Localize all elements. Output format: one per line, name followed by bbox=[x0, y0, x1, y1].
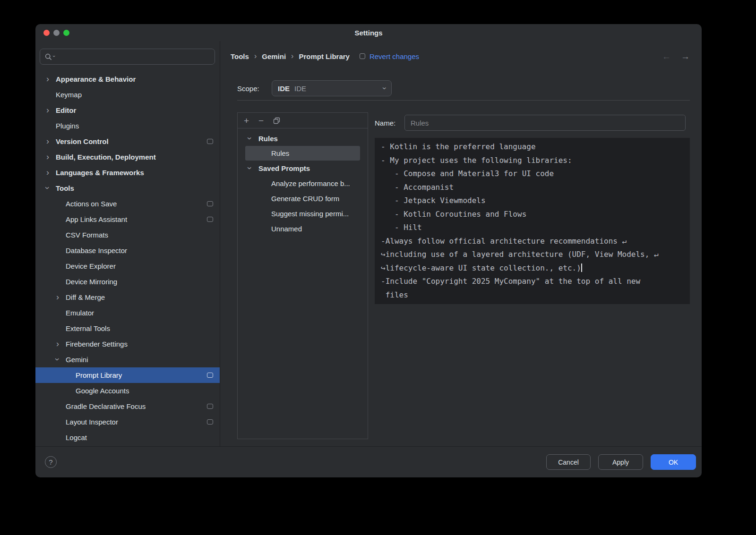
sidebar-item-emulator[interactable]: Emulator bbox=[35, 305, 220, 321]
settings-tree: › Appearance & Behavior Keymap › Editor … bbox=[35, 71, 220, 445]
sidebar-item-label: Emulator bbox=[66, 309, 94, 317]
sidebar-item-app-links-assistant[interactable]: App Links Assistant bbox=[35, 212, 220, 227]
prompt-item-label: Suggest missing permi... bbox=[271, 210, 349, 218]
sidebar-item-label: Plugins bbox=[56, 122, 79, 130]
sidebar-item-version-control[interactable]: › Version Control bbox=[35, 134, 220, 149]
shared-settings-icon bbox=[207, 373, 213, 378]
sidebar-item-label: Google Accounts bbox=[76, 387, 129, 395]
copy-prompt-button[interactable] bbox=[273, 117, 280, 124]
cancel-button[interactable]: Cancel bbox=[546, 454, 591, 470]
sidebar-item-gradle-declarative-focus[interactable]: Gradle Declarative Focus bbox=[35, 399, 220, 414]
scope-value: IDE bbox=[294, 85, 306, 93]
sidebar-item-label: App Links Assistant bbox=[66, 215, 127, 223]
sidebar-item-label: Editor bbox=[56, 106, 76, 114]
scope-badge: IDE bbox=[278, 85, 290, 93]
chevron-down-icon[interactable]: › bbox=[43, 187, 52, 189]
breadcrumb-separator-icon: › bbox=[291, 52, 293, 60]
chevron-down-icon[interactable]: › bbox=[246, 167, 254, 170]
sidebar-item-label: Device Explorer bbox=[66, 262, 116, 270]
sidebar-item-firebender-settings[interactable]: › Firebender Settings bbox=[35, 336, 220, 352]
sidebar-item-languages-frameworks[interactable]: › Languages & Frameworks bbox=[35, 165, 220, 180]
sidebar-item-keymap[interactable]: Keymap bbox=[35, 87, 220, 102]
sidebar-item-label: CSV Formats bbox=[66, 231, 108, 239]
chevron-right-icon[interactable]: › bbox=[46, 75, 49, 83]
chevron-right-icon[interactable]: › bbox=[46, 137, 49, 145]
add-prompt-button[interactable]: + bbox=[244, 116, 249, 125]
prompt-group-saved-prompts[interactable]: › Saved Prompts bbox=[238, 161, 368, 176]
revert-changes-link[interactable]: Revert changes bbox=[369, 52, 419, 60]
minimize-window-button bbox=[53, 30, 60, 36]
section-divider bbox=[237, 100, 690, 101]
apply-button[interactable]: Apply bbox=[598, 454, 643, 470]
prompt-content-text: - Kotlin is the preferred language - My … bbox=[381, 142, 659, 272]
sidebar-item-actions-on-save[interactable]: Actions on Save bbox=[35, 196, 220, 212]
prompt-item-analyze-performance[interactable]: Analyze performance b... bbox=[238, 176, 368, 191]
sidebar-item-csv-formats[interactable]: CSV Formats bbox=[35, 227, 220, 243]
sidebar-item-label: Layout Inspector bbox=[66, 418, 118, 426]
search-history-chevron-icon[interactable]: › bbox=[52, 55, 57, 57]
sidebar-item-logcat[interactable]: Logcat bbox=[35, 430, 220, 445]
sidebar-item-label: Version Control bbox=[56, 137, 109, 145]
chevron-down-icon[interactable]: › bbox=[53, 358, 62, 361]
scope-label: Scope: bbox=[237, 85, 272, 93]
sidebar-item-device-explorer[interactable]: Device Explorer bbox=[35, 258, 220, 274]
revert-icon bbox=[360, 53, 365, 59]
chevron-right-icon[interactable]: › bbox=[46, 106, 49, 114]
prompt-item-suggest-missing-permissions[interactable]: Suggest missing permi... bbox=[238, 206, 368, 221]
settings-search-box[interactable]: › bbox=[40, 49, 215, 65]
forward-arrow-icon[interactable]: → bbox=[681, 52, 690, 61]
breadcrumb-tools[interactable]: Tools bbox=[231, 52, 249, 60]
sidebar-item-label: Languages & Frameworks bbox=[56, 169, 144, 177]
back-arrow-icon[interactable]: ← bbox=[662, 52, 671, 61]
sidebar-item-editor[interactable]: › Editor bbox=[35, 102, 220, 118]
sidebar-item-diff-merge[interactable]: › Diff & Merge bbox=[35, 289, 220, 305]
scope-row: Scope: IDE IDE › bbox=[220, 80, 702, 96]
sidebar-item-build-execution-deployment[interactable]: › Build, Execution, Deployment bbox=[35, 149, 220, 165]
prompt-item-unnamed[interactable]: Unnamed bbox=[238, 221, 368, 236]
zoom-window-button[interactable] bbox=[63, 30, 69, 36]
sidebar-item-appearance-behavior[interactable]: › Appearance & Behavior bbox=[35, 71, 220, 87]
sidebar-item-label: Keymap bbox=[56, 91, 82, 99]
sidebar-item-device-mirroring[interactable]: Device Mirroring bbox=[35, 274, 220, 289]
remove-prompt-button[interactable]: − bbox=[258, 116, 264, 125]
sidebar-item-label: Appearance & Behavior bbox=[56, 75, 136, 83]
sidebar-item-label: Logcat bbox=[66, 433, 87, 442]
chevron-down-icon: › bbox=[380, 87, 388, 89]
sidebar-item-tools[interactable]: › Tools bbox=[35, 180, 220, 196]
sidebar-item-label: Actions on Save bbox=[66, 200, 117, 208]
sidebar-item-database-inspector[interactable]: Database Inspector bbox=[35, 243, 220, 258]
sidebar-item-label: Firebender Settings bbox=[66, 340, 128, 348]
prompt-name-input[interactable] bbox=[404, 115, 686, 131]
history-navigation: ← → bbox=[662, 52, 690, 61]
prompt-item-label: Generate CRUD form bbox=[271, 195, 339, 203]
prompt-item-generate-crud-form[interactable]: Generate CRUD form bbox=[238, 191, 368, 206]
chevron-right-icon[interactable]: › bbox=[46, 168, 49, 177]
sidebar-item-google-accounts[interactable]: Google Accounts bbox=[35, 383, 220, 399]
sidebar-item-label: Device Mirroring bbox=[66, 278, 117, 286]
close-window-button[interactable] bbox=[43, 30, 50, 36]
sidebar-item-layout-inspector[interactable]: Layout Inspector bbox=[35, 414, 220, 430]
breadcrumb-separator-icon: › bbox=[254, 52, 257, 60]
prompt-group-rules[interactable]: › Rules bbox=[238, 131, 368, 146]
sidebar-item-label: Diff & Merge bbox=[66, 293, 105, 301]
chevron-right-icon[interactable]: › bbox=[46, 153, 49, 161]
prompt-item-rules[interactable]: Rules bbox=[245, 146, 360, 161]
sidebar-item-gemini[interactable]: › Gemini bbox=[35, 352, 220, 367]
sidebar-item-prompt-library[interactable]: Prompt Library bbox=[35, 367, 220, 383]
sidebar-item-external-tools[interactable]: External Tools bbox=[35, 321, 220, 336]
sidebar-item-label: Database Inspector bbox=[66, 246, 127, 255]
prompt-group-label: Saved Prompts bbox=[258, 164, 310, 172]
breadcrumb-gemini[interactable]: Gemini bbox=[262, 52, 286, 60]
prompt-tree: › Rules Rules › Saved Prompts Analyze pe… bbox=[238, 128, 368, 236]
breadcrumb: Tools › Gemini › Prompt Library Revert c… bbox=[220, 41, 702, 71]
prompt-content-editor[interactable]: - Kotlin is the preferred language - My … bbox=[375, 138, 690, 304]
chevron-down-icon[interactable]: › bbox=[246, 137, 254, 140]
chevron-right-icon[interactable]: › bbox=[56, 340, 59, 348]
chevron-right-icon[interactable]: › bbox=[56, 293, 59, 301]
scope-select[interactable]: IDE IDE › bbox=[272, 80, 392, 96]
help-button[interactable]: ? bbox=[45, 456, 57, 468]
ok-button[interactable]: OK bbox=[651, 454, 696, 470]
settings-main-panel: Tools › Gemini › Prompt Library Revert c… bbox=[220, 41, 702, 446]
sidebar-item-plugins[interactable]: Plugins bbox=[35, 118, 220, 134]
sidebar-item-label: Gradle Declarative Focus bbox=[66, 402, 146, 410]
